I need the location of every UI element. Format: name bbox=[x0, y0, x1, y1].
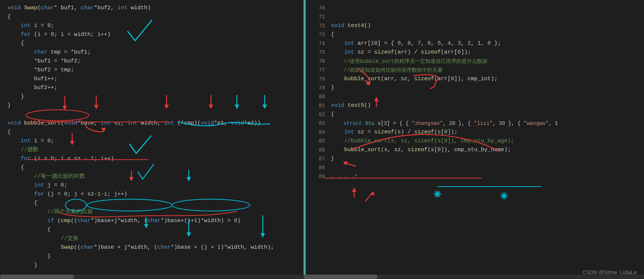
code-line: //每一趟比较的对数 bbox=[7, 172, 296, 181]
code-line: } bbox=[7, 101, 296, 110]
code-line: char tmp = *buf1; bbox=[7, 48, 296, 57]
code-line: 87 } bbox=[312, 154, 637, 163]
code-line: 89 . . . .^ bbox=[312, 172, 637, 181]
code-line: { bbox=[7, 128, 296, 137]
code-line: 74 int arr[10] = { 9, 8, 7, 6, 5, 4, 3, … bbox=[312, 39, 637, 48]
code-line: Swap((char*)base + j*width, (char*)base … bbox=[7, 243, 296, 252]
svg-marker-45 bbox=[371, 191, 375, 195]
svg-line-48 bbox=[502, 193, 507, 198]
code-line: 75 int sz = sizeof(arr) / sizeof(arr[0])… bbox=[312, 48, 637, 57]
code-line: 71 bbox=[312, 13, 637, 21]
code-line: *buf2 = tmp; bbox=[7, 66, 296, 75]
code-line: { bbox=[7, 163, 296, 172]
code-line bbox=[7, 110, 296, 119]
code-line: for (j = 0; j < sz-1-i; j++) bbox=[7, 190, 296, 199]
svg-line-40 bbox=[435, 191, 440, 197]
code-line: 78 bubble_sort(arr, sz, sizeof(arr[0]), … bbox=[312, 75, 637, 84]
left-code-panel: void Swap(char* buf1, char*buf2, int wid… bbox=[0, 0, 303, 279]
svg-rect-50 bbox=[304, 0, 306, 279]
code-line: void bubble_sort(void*base, int sz, int … bbox=[7, 119, 296, 128]
code-line: 70 bbox=[312, 4, 637, 13]
right-scrollbar[interactable] bbox=[303, 275, 644, 279]
code-line: 88 bbox=[312, 163, 637, 172]
code-line: 73 { bbox=[312, 30, 637, 39]
code-line: 86 bubble_sort(s, sz, sizeof(s[0]), cmp_… bbox=[312, 146, 637, 154]
svg-marker-43 bbox=[352, 187, 356, 192]
code-line: int i = 0; bbox=[7, 137, 296, 146]
svg-line-49 bbox=[502, 193, 507, 198]
code-line: { bbox=[7, 39, 296, 48]
code-line: 72 void test4() bbox=[312, 21, 637, 30]
code-line: //趟数 bbox=[7, 146, 296, 154]
code-line: 80 bbox=[312, 92, 637, 101]
code-line: 79 } bbox=[312, 84, 637, 92]
code-line: for (i = 0; i < width; i++) bbox=[7, 30, 296, 39]
right-code-panel: 70 71 72 void test4() 73 { 74 int arr[10… bbox=[303, 0, 644, 279]
code-line: for (i = 0; i < sz - 1; i++) bbox=[7, 154, 296, 163]
code-line: } bbox=[7, 252, 296, 261]
main-container: void Swap(char* buf1, char*buf2, int wid… bbox=[0, 0, 644, 279]
code-line: 83 struct Stu s[3] = { { "zhangsan", 20 … bbox=[312, 119, 637, 128]
code-line: { bbox=[7, 13, 296, 21]
code-line: if (cmp((char*)base+j*width, (char*)base… bbox=[7, 217, 296, 225]
code-line: { bbox=[7, 199, 296, 208]
code-line: *buf1 = *buf2; bbox=[7, 57, 296, 66]
code-line: } bbox=[7, 92, 296, 101]
code-line: 77 //就应该知道如何比较待排序数组中的元素 bbox=[312, 66, 637, 75]
code-line: } bbox=[7, 261, 296, 270]
code-line: //两个元素的比较 bbox=[7, 208, 296, 217]
code-line: //交换 bbox=[7, 234, 296, 243]
left-scrollbar-thumb[interactable] bbox=[0, 275, 74, 279]
code-line: 85 //bubble_sort(s, sz, sizeof(s[0]), cm… bbox=[312, 137, 637, 146]
svg-line-41 bbox=[435, 191, 440, 197]
left-scrollbar[interactable] bbox=[0, 275, 303, 279]
code-line: buf2++; bbox=[7, 84, 296, 92]
code-line: 84 int sz = sizeof(s) / sizeof(s[0]); bbox=[312, 128, 637, 137]
code-line: 76 //使用bubble_sort的程序员一定知道自己排序的是什么数据 bbox=[312, 57, 637, 66]
svg-line-44 bbox=[365, 192, 373, 201]
code-line: 82 { bbox=[312, 110, 637, 119]
code-line: buf1++; bbox=[7, 75, 296, 84]
right-scrollbar-thumb[interactable] bbox=[303, 275, 378, 279]
code-line: 81 void test5() bbox=[312, 101, 637, 110]
code-line: int j = 0; bbox=[7, 181, 296, 190]
code-line: void Swap(char* buf1, char*buf2, int wid… bbox=[7, 4, 296, 13]
code-line: int i = 0; bbox=[7, 21, 296, 30]
code-line: { bbox=[7, 225, 296, 234]
